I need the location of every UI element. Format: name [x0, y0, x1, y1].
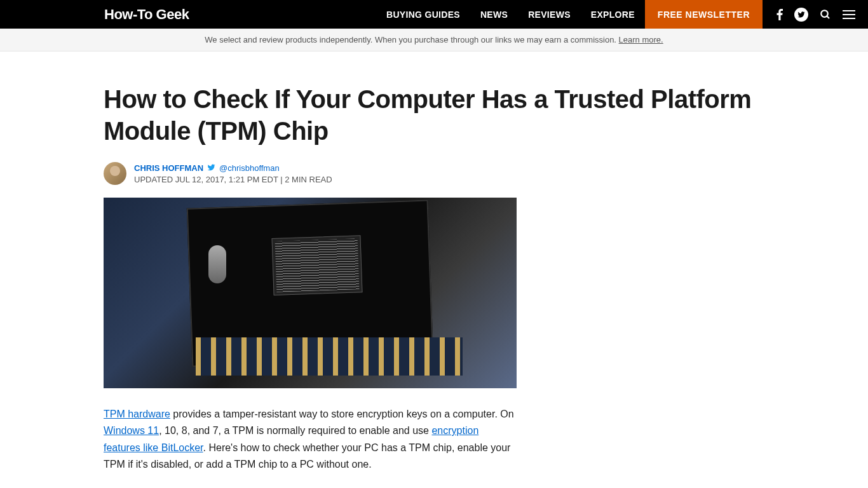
svg-point-1 [821, 10, 828, 17]
twitter-handle-link[interactable]: @chrisbhoffman [219, 163, 280, 173]
top-navigation: How-To Geek BUYING GUIDES NEWS REVIEWS E… [0, 0, 868, 29]
nav-explore[interactable]: EXPLORE [581, 0, 645, 29]
nav-buying-guides[interactable]: BUYING GUIDES [376, 0, 470, 29]
site-logo[interactable]: How-To Geek [104, 6, 189, 23]
author-avatar[interactable] [104, 162, 126, 185]
menu-icon[interactable] [843, 8, 855, 22]
twitter-mini-icon [207, 163, 215, 173]
nav-reviews[interactable]: REVIEWS [518, 0, 581, 29]
author-meta: CHRIS HOFFMAN @chrisbhoffman UPDATED JUL… [134, 163, 332, 184]
hero-image [104, 198, 517, 388]
article-title: How to Check If Your Computer Has a Trus… [104, 83, 764, 147]
nav-icons-group [763, 8, 868, 22]
disclaimer-link[interactable]: Learn more. [619, 35, 663, 44]
disclaimer-text: We select and review products independen… [205, 35, 618, 44]
disclaimer-bar: We select and review products independen… [0, 29, 868, 51]
article-meta-line: UPDATED JUL 12, 2017, 1:21 PM EDT | 2 MI… [134, 175, 332, 184]
article-body: TPM hardware provides a tamper-resistant… [104, 198, 517, 488]
author-row: CHRIS HOFFMAN @chrisbhoffman UPDATED JUL… [104, 162, 764, 185]
intro-paragraph: TPM hardware provides a tamper-resistant… [104, 406, 517, 473]
twitter-icon[interactable] [794, 8, 808, 22]
windows11-link[interactable]: Windows 11 [104, 425, 159, 436]
author-name-row: CHRIS HOFFMAN @chrisbhoffman [134, 163, 332, 173]
svg-line-2 [827, 16, 829, 18]
article-container: How to Check If Your Computer Has a Trus… [104, 51, 764, 488]
facebook-icon[interactable] [776, 9, 783, 20]
para-text-2: , 10, 8, and 7, a TPM is normally requir… [159, 425, 431, 436]
tpm-hardware-link[interactable]: TPM hardware [104, 409, 170, 419]
search-icon[interactable] [820, 9, 831, 20]
para-text-1: provides a tamper-resistant way to store… [170, 409, 514, 419]
newsletter-button[interactable]: FREE NEWSLETTER [645, 0, 763, 29]
author-name-link[interactable]: CHRIS HOFFMAN [134, 163, 203, 173]
nav-news[interactable]: NEWS [470, 0, 518, 29]
nav-links-group: BUYING GUIDES NEWS REVIEWS EXPLORE FREE … [376, 0, 763, 29]
